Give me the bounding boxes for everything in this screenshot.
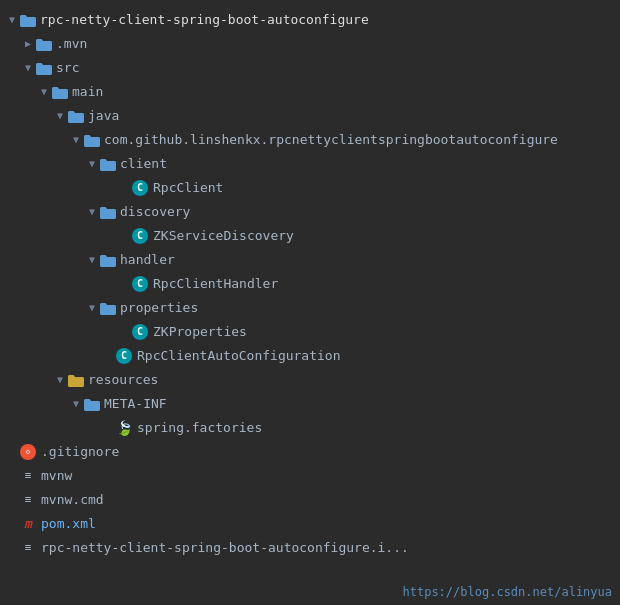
item-label: mvnw	[41, 466, 72, 486]
item-label: com.github.linshenkx.rpcnettyclientsprin…	[104, 130, 558, 150]
list-item[interactable]: C ZKServiceDiscovery	[0, 224, 620, 248]
list-item[interactable]: META-INF	[0, 392, 620, 416]
item-label: RpcClientAutoConfiguration	[137, 346, 341, 366]
list-item[interactable]: resources	[0, 368, 620, 392]
file-icon: ≡	[20, 468, 36, 484]
folder-icon	[52, 86, 68, 99]
folder-icon	[100, 254, 116, 267]
list-item[interactable]: C RpcClientHandler	[0, 272, 620, 296]
arrow[interactable]	[20, 34, 36, 54]
item-label: src	[56, 58, 79, 78]
list-item[interactable]: com.github.linshenkx.rpcnettyclientsprin…	[0, 128, 620, 152]
list-item[interactable]: C ZKProperties	[0, 320, 620, 344]
folder-icon	[84, 398, 100, 411]
class-icon: C	[132, 180, 148, 196]
item-label: main	[72, 82, 103, 102]
list-item[interactable]: handler	[0, 248, 620, 272]
file-icon: ≡	[20, 540, 36, 556]
class-icon: C	[132, 276, 148, 292]
tree-root[interactable]: rpc-netty-client-spring-boot-autoconfigu…	[0, 8, 620, 32]
item-label: mvnw.cmd	[41, 490, 104, 510]
item-label: RpcClient	[153, 178, 223, 198]
arrow[interactable]	[20, 58, 36, 78]
root-arrow[interactable]	[4, 10, 20, 30]
item-label: java	[88, 106, 119, 126]
class-icon: C	[132, 324, 148, 340]
watermark: https://blog.csdn.net/alinyua	[402, 585, 612, 599]
item-label: pom.xml	[41, 514, 96, 534]
item-label: .mvn	[56, 34, 87, 54]
list-item[interactable]: 🍃 spring.factories	[0, 416, 620, 440]
maven-icon: m	[20, 516, 36, 532]
arrow[interactable]	[84, 298, 100, 318]
list-item[interactable]: java	[0, 104, 620, 128]
folder-icon	[68, 374, 84, 387]
arrow[interactable]	[84, 250, 100, 270]
list-item[interactable]: ≡ mvnw.cmd	[0, 488, 620, 512]
arrow[interactable]	[52, 370, 68, 390]
item-label: .gitignore	[41, 442, 119, 462]
folder-icon	[100, 158, 116, 171]
item-label: ZKServiceDiscovery	[153, 226, 294, 246]
item-label: handler	[120, 250, 175, 270]
file-tree: rpc-netty-client-spring-boot-autoconfigu…	[0, 0, 620, 568]
list-item[interactable]: C RpcClientAutoConfiguration	[0, 344, 620, 368]
arrow[interactable]	[84, 154, 100, 174]
arrow[interactable]	[84, 202, 100, 222]
list-item[interactable]: ≡ rpc-netty-client-spring-boot-autoconfi…	[0, 536, 620, 560]
arrow[interactable]	[36, 82, 52, 102]
git-icon: ◇	[20, 444, 36, 460]
list-item[interactable]: discovery	[0, 200, 620, 224]
list-item[interactable]: ≡ mvnw	[0, 464, 620, 488]
item-label: META-INF	[104, 394, 167, 414]
class-icon: C	[116, 348, 132, 364]
item-label: RpcClientHandler	[153, 274, 278, 294]
list-item[interactable]: m pom.xml	[0, 512, 620, 536]
item-label: discovery	[120, 202, 190, 222]
item-label: spring.factories	[137, 418, 262, 438]
folder-icon	[68, 110, 84, 123]
item-label: client	[120, 154, 167, 174]
arrow[interactable]	[68, 130, 84, 150]
list-item[interactable]: C RpcClient	[0, 176, 620, 200]
folder-icon	[20, 14, 36, 27]
folder-icon	[100, 206, 116, 219]
folder-icon	[36, 62, 52, 75]
item-label: properties	[120, 298, 198, 318]
arrow[interactable]	[68, 394, 84, 414]
list-item[interactable]: main	[0, 80, 620, 104]
folder-icon	[100, 302, 116, 315]
list-item[interactable]: ◇ .gitignore	[0, 440, 620, 464]
list-item[interactable]: client	[0, 152, 620, 176]
arrow[interactable]	[52, 106, 68, 126]
list-item[interactable]: src	[0, 56, 620, 80]
class-icon: C	[132, 228, 148, 244]
list-item[interactable]: properties	[0, 296, 620, 320]
item-label: ZKProperties	[153, 322, 247, 342]
spring-icon: 🍃	[116, 420, 132, 436]
file-icon: ≡	[20, 492, 36, 508]
list-item[interactable]: .mvn	[0, 32, 620, 56]
item-label: rpc-netty-client-spring-boot-autoconfigu…	[41, 538, 409, 558]
folder-icon	[84, 134, 100, 147]
root-label: rpc-netty-client-spring-boot-autoconfigu…	[40, 10, 369, 30]
item-label: resources	[88, 370, 158, 390]
folder-icon	[36, 38, 52, 51]
